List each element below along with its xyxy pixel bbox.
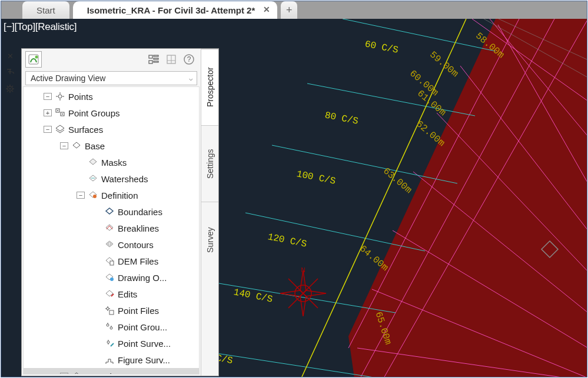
contours-icon — [104, 239, 115, 250]
svg-marker-26 — [106, 208, 113, 214]
svg-point-39 — [107, 341, 109, 343]
sidebar-mini-toolbar: ✕ — [5, 51, 19, 94]
compass-rose-icon: N — [277, 267, 330, 320]
collapse-icon[interactable]: − — [60, 142, 68, 149]
tree-node-contours[interactable]: Contours — [24, 236, 199, 253]
close-panel-icon[interactable]: ✕ — [5, 51, 15, 61]
gear-icon[interactable] — [5, 83, 15, 94]
figure-survey-icon — [104, 354, 115, 365]
svg-rect-7 — [149, 55, 152, 58]
surface-icon — [71, 141, 82, 151]
svg-marker-20 — [56, 125, 64, 131]
tree-label: Points — [68, 92, 93, 102]
tree-node-point-groups-def[interactable]: Point Grou... — [24, 319, 199, 335]
tree-node-edits[interactable]: Edits — [24, 286, 199, 302]
tree-node-points[interactable]: − Points — [24, 88, 199, 105]
tab-survey[interactable]: Survey — [201, 202, 218, 278]
point-survey-icon — [104, 338, 115, 349]
tree-node-base[interactable]: − Base — [24, 138, 199, 154]
viewport-controls[interactable]: [−][Top][Realistic] — [4, 21, 77, 33]
list-view-icon[interactable] — [145, 51, 162, 68]
tab-active-drawing[interactable]: Isometric_KRA - For Civil 3d- Attempt 2*… — [73, 1, 278, 19]
svg-text:?: ? — [187, 55, 191, 63]
tree-label: Mound — [85, 372, 112, 374]
svg-point-19 — [62, 113, 63, 115]
toolspace-side-tabs: Prospector Settings Survey — [201, 49, 218, 376]
tree-label: Figure Surv... — [118, 355, 170, 365]
tree-label: Drawing O... — [118, 273, 167, 283]
svg-rect-10 — [149, 61, 152, 63]
dropdown-label: Active Drawing View — [31, 73, 105, 83]
expand-icon[interactable]: + — [44, 109, 52, 116]
tree-node-definition[interactable]: − Definition — [24, 187, 199, 203]
help-icon[interactable]: ? — [181, 51, 197, 68]
tree-node-mound[interactable]: + Mound — [24, 368, 199, 374]
close-icon[interactable]: ✕ — [263, 5, 270, 14]
tab-prospector[interactable]: Prospector — [201, 49, 218, 125]
svg-point-15 — [58, 95, 62, 98]
pin-icon[interactable] — [5, 67, 15, 78]
tab-start[interactable]: Start — [22, 1, 69, 19]
collapse-icon[interactable]: − — [44, 93, 52, 100]
svg-point-25 — [93, 195, 97, 198]
document-tab-bar: Start Isometric_KRA - For Civil 3d- Atte… — [1, 1, 587, 19]
tree-label: Edits — [118, 289, 137, 299]
svg-marker-21 — [73, 142, 80, 148]
view-select-dropdown[interactable]: Active Drawing View ⌵ — [25, 71, 197, 85]
preview-icon[interactable] — [163, 51, 180, 68]
tab-settings[interactable]: Settings — [201, 125, 218, 202]
svg-point-18 — [57, 110, 58, 111]
tab-label: Start — [36, 5, 55, 15]
tree-node-boundaries[interactable]: Boundaries — [24, 203, 199, 220]
tree-label: DEM Files — [118, 256, 158, 266]
point-groups-def-icon — [104, 322, 115, 332]
tree-node-watersheds[interactable]: Watersheds — [24, 170, 199, 187]
tree-label: Point Files — [118, 306, 159, 316]
point-groups-icon — [54, 108, 66, 118]
tree-label: Breaklines — [118, 223, 159, 233]
svg-rect-8 — [154, 55, 158, 56]
tree-node-drawing-objects[interactable]: Drawing O... — [24, 269, 199, 286]
tree-label: Masks — [101, 158, 127, 168]
prospector-tree[interactable]: − Points + Point Groups − Surface — [24, 87, 199, 374]
svg-rect-9 — [154, 58, 158, 59]
tree-label: Point Groups — [68, 108, 120, 118]
svg-rect-31 — [110, 261, 114, 265]
svg-point-29 — [108, 243, 111, 245]
svg-point-4 — [9, 88, 11, 90]
svg-marker-22 — [89, 159, 97, 165]
tree-label: Point Surve... — [118, 339, 171, 349]
svg-text:N: N — [301, 267, 305, 273]
point-files-icon — [104, 305, 115, 316]
expand-icon[interactable]: + — [60, 373, 68, 374]
collapse-icon[interactable]: − — [77, 192, 85, 199]
tree-node-point-files[interactable]: Point Files — [24, 302, 199, 319]
tree-label: Watersheds — [101, 174, 148, 184]
tree-node-point-survey[interactable]: Point Surve... — [24, 335, 199, 352]
svg-rect-36 — [109, 310, 114, 315]
svg-point-38 — [110, 327, 112, 329]
surface-icon — [71, 371, 82, 374]
svg-rect-11 — [154, 61, 158, 62]
boundaries-icon — [104, 206, 115, 217]
collapse-icon[interactable]: − — [44, 126, 52, 133]
new-tab-button[interactable]: + — [281, 1, 297, 19]
svg-point-35 — [107, 307, 109, 310]
tree-node-point-groups[interactable]: + Point Groups — [24, 105, 199, 121]
edits-icon — [104, 289, 115, 299]
tree-label: Boundaries — [118, 207, 162, 217]
tree-node-surfaces[interactable]: − Surfaces — [24, 121, 199, 138]
svg-point-37 — [107, 324, 109, 326]
tree-node-dem-files[interactable]: DEM Files — [24, 253, 199, 269]
tree-node-masks[interactable]: Masks — [24, 154, 199, 170]
tree-label: Base — [85, 141, 105, 151]
drawing-icon[interactable] — [25, 51, 42, 68]
tree-node-breaklines[interactable]: Breaklines — [24, 220, 199, 236]
tab-label: Isometric_KRA - For Civil 3d- Attempt 2* — [87, 5, 255, 15]
points-icon — [54, 91, 66, 102]
chevron-down-icon: ⌵ — [189, 75, 193, 82]
drawing-objects-icon — [104, 272, 115, 283]
svg-point-6 — [35, 56, 38, 59]
tree-node-figure-survey[interactable]: Figure Surv... — [24, 352, 199, 368]
panel-toolbar: ? — [22, 49, 201, 70]
